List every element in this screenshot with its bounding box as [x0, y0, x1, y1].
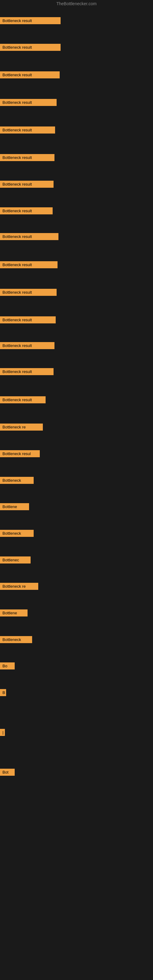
bottleneck-result-item[interactable]: Bottleneck result [0, 317, 56, 323]
bottleneck-result-item[interactable]: Bottleneck result [0, 233, 59, 240]
bottleneck-result-item[interactable]: Bo [0, 662, 15, 670]
bottleneck-result-item[interactable]: Bottleneck result [0, 396, 46, 403]
bottleneck-result-item[interactable]: Bottleneck result [0, 99, 57, 106]
bottleneck-result-item[interactable]: Bottleneck result [0, 289, 57, 296]
bottleneck-result-item[interactable]: Bottleneck result [0, 72, 60, 78]
bottleneck-result-item[interactable]: Bottleneck result [0, 261, 57, 268]
bottleneck-result-item[interactable]: Bottlene [0, 609, 27, 616]
bottleneck-result-item[interactable]: Bottleneck result [0, 17, 61, 24]
bottleneck-result-item[interactable]: Bottleneck result [0, 342, 54, 349]
bottleneck-result-item[interactable]: Bottleneck [0, 477, 33, 484]
bottleneck-result-item[interactable]: Bottleneck result [0, 181, 54, 188]
bottleneck-result-item[interactable]: Bottleneck result [0, 126, 55, 134]
bottleneck-result-item[interactable]: Bottleneck re [0, 423, 43, 431]
bottleneck-result-item[interactable]: Bottleneck result [0, 207, 53, 215]
bottleneck-result-item[interactable]: Bottleneck result [0, 154, 54, 161]
bottleneck-result-item[interactable]: | [0, 729, 5, 736]
bottleneck-result-item[interactable]: Bottleneck resul [0, 450, 40, 457]
bottleneck-result-item[interactable]: Bottlenec [0, 557, 30, 563]
bottleneck-result-item[interactable]: Bottleneck result [0, 44, 61, 51]
site-title: TheBottlenecker.com [0, 0, 153, 7]
bottleneck-result-item[interactable]: Bottleneck [0, 530, 33, 537]
bottleneck-result-item[interactable]: Bottlene [0, 503, 29, 510]
bottleneck-result-item[interactable]: Bot [0, 769, 15, 776]
bottleneck-result-item[interactable]: B [0, 689, 6, 696]
bottleneck-result-item[interactable]: Bottleneck re [0, 583, 38, 590]
bottleneck-result-item[interactable]: Bottleneck [0, 636, 32, 643]
bottleneck-result-item[interactable]: Bottleneck result [0, 368, 54, 375]
